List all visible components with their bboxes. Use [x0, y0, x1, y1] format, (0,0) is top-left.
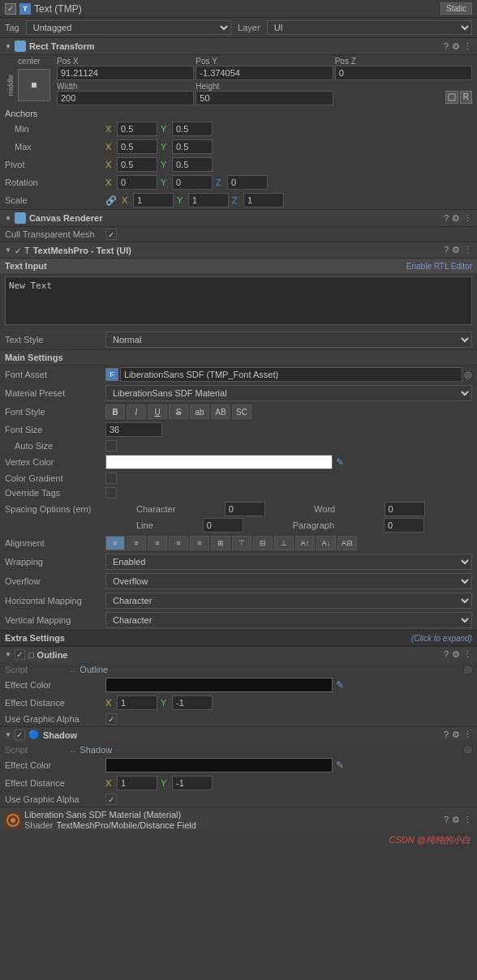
override-tags-checkbox[interactable] [105, 487, 117, 499]
smallcaps-button[interactable]: SC [232, 404, 251, 419]
scale-y[interactable] [188, 193, 229, 208]
active-checkbox[interactable]: ✓ [5, 3, 16, 15]
outline-fold[interactable]: ▼ [5, 651, 11, 658]
uppercase-button[interactable]: AB [211, 404, 230, 419]
rtl-editor-button[interactable]: Enable RTL Editor [406, 262, 472, 271]
font-size-input[interactable] [105, 422, 162, 437]
char-spacing[interactable] [225, 502, 265, 516]
material-help-icon[interactable]: ? [444, 815, 449, 825]
v-mapping-select[interactable]: Character [105, 612, 472, 628]
align-bot-button[interactable]: ⊥ [274, 536, 294, 550]
outline-color-pen[interactable]: ✎ [336, 679, 344, 691]
pivot-x[interactable] [117, 157, 157, 172]
font-asset-input[interactable] [120, 367, 462, 382]
rot-x[interactable] [117, 175, 157, 190]
text-input-field[interactable]: New Text [5, 276, 472, 325]
bold-button[interactable]: B [105, 404, 125, 419]
static-badge[interactable]: Static [440, 2, 472, 15]
pos-z-input[interactable] [335, 66, 472, 80]
anchor-max-x[interactable] [117, 139, 157, 154]
lowercase-button[interactable]: ab [190, 404, 209, 419]
anchor-max-y[interactable] [172, 139, 213, 154]
layer-select[interactable]: UI [267, 20, 472, 35]
align-justify-button[interactable]: ≡ [169, 536, 188, 550]
pos-x-input[interactable] [57, 66, 194, 80]
shadow-fold[interactable]: ▼ [5, 731, 11, 738]
font-asset-target-icon[interactable]: ◎ [464, 370, 472, 380]
canvas-help-icon[interactable]: ? [444, 213, 449, 224]
outline-help-icon[interactable]: ? [444, 649, 449, 660]
tag-select[interactable]: Untagged [26, 20, 231, 35]
italic-button[interactable]: I [127, 404, 146, 419]
tmp-menu-icon[interactable]: ⋮ [463, 245, 472, 255]
shadow-active-checkbox[interactable] [15, 730, 25, 740]
shadow-dist-y[interactable] [172, 776, 213, 790]
tmp-fold[interactable]: ▼ [5, 246, 11, 254]
cull-checkbox[interactable] [105, 229, 117, 240]
line-spacing[interactable] [203, 518, 243, 533]
align-geo-button[interactable]: ⊞ [211, 536, 230, 550]
help-icon[interactable]: ? [444, 41, 449, 52]
align-right-button[interactable]: ≡ [148, 536, 167, 550]
align-flush-button[interactable]: ≡ [190, 536, 209, 550]
wrapping-select[interactable]: Enabled [105, 554, 472, 570]
rot-z[interactable] [227, 175, 268, 190]
fold-arrow[interactable]: ▼ [5, 43, 11, 50]
rot-y[interactable] [172, 175, 213, 190]
underline-button[interactable]: U [148, 404, 167, 419]
align-a3-button[interactable]: A⊟ [337, 536, 357, 550]
extra-settings-bar[interactable]: Extra Settings (Click to expand) [0, 630, 477, 646]
text-style-select[interactable]: Normal [105, 332, 472, 348]
h-mapping-select[interactable]: Character [105, 593, 472, 609]
color-gradient-checkbox[interactable] [105, 473, 117, 484]
shadow-graphic-alpha-checkbox[interactable] [105, 794, 117, 805]
outline-dist-x[interactable] [117, 695, 157, 710]
height-input[interactable] [196, 91, 333, 105]
strikethrough-button[interactable]: S [169, 404, 188, 419]
align-center-button[interactable]: ≡ [127, 536, 146, 550]
outline-active-checkbox[interactable] [15, 649, 25, 660]
align-left-button[interactable]: ≡ [105, 536, 125, 550]
shadow-settings-icon[interactable]: ⚙ [452, 730, 460, 740]
canvas-menu-icon[interactable]: ⋮ [463, 213, 472, 224]
overflow-select[interactable]: Overflow [105, 573, 472, 589]
settings-icon[interactable]: ⚙ [452, 41, 460, 52]
width-input[interactable] [57, 91, 194, 105]
scale-z[interactable] [243, 193, 284, 208]
shadow-help-icon[interactable]: ? [444, 730, 449, 740]
canvas-settings-icon[interactable]: ⚙ [452, 213, 460, 224]
menu-icon[interactable]: ⋮ [463, 41, 472, 52]
pivot-y[interactable] [172, 157, 213, 172]
constrain-icon[interactable] [445, 91, 458, 104]
outline-color-swatch[interactable] [105, 678, 333, 692]
shadow-dist-x[interactable] [117, 776, 157, 790]
tmp-help-icon[interactable]: ? [444, 245, 449, 255]
canvas-fold[interactable]: ▼ [5, 215, 11, 222]
anchor-min-x[interactable] [117, 122, 157, 136]
align-a1-button[interactable]: A↑ [295, 536, 315, 550]
outline-settings-icon[interactable]: ⚙ [452, 649, 460, 660]
vertex-color-pen[interactable]: ✎ [336, 456, 344, 468]
material-preset-select[interactable]: LiberationSans SDF Material [105, 385, 472, 401]
anchor-min-y[interactable] [172, 122, 213, 136]
outline-graphic-alpha-checkbox[interactable] [105, 713, 117, 725]
shadow-menu-icon[interactable]: ⋮ [463, 730, 472, 740]
tmp-active-checkbox[interactable]: ✓ [15, 246, 21, 255]
outline-dist-y[interactable] [172, 695, 213, 710]
outline-script-gear[interactable]: ◎ [464, 664, 472, 674]
word-spacing[interactable] [385, 502, 425, 516]
align-top-button[interactable]: ⊤ [232, 536, 251, 550]
shadow-script-gear[interactable]: ◎ [464, 744, 472, 755]
r-button[interactable]: R [460, 91, 472, 104]
pos-y-input[interactable] [196, 66, 333, 80]
material-settings-icon[interactable]: ⚙ [452, 815, 460, 825]
tmp-settings-icon[interactable]: ⚙ [452, 245, 460, 255]
auto-size-checkbox[interactable] [105, 440, 117, 451]
shadow-color-swatch[interactable] [105, 758, 333, 772]
align-mid-button[interactable]: ⊟ [253, 536, 273, 550]
shadow-color-pen[interactable]: ✎ [336, 760, 344, 771]
scale-x[interactable] [133, 193, 174, 208]
outline-menu-icon[interactable]: ⋮ [463, 649, 472, 660]
vertex-color-swatch[interactable] [105, 455, 333, 469]
align-a2-button[interactable]: A↓ [316, 536, 336, 550]
